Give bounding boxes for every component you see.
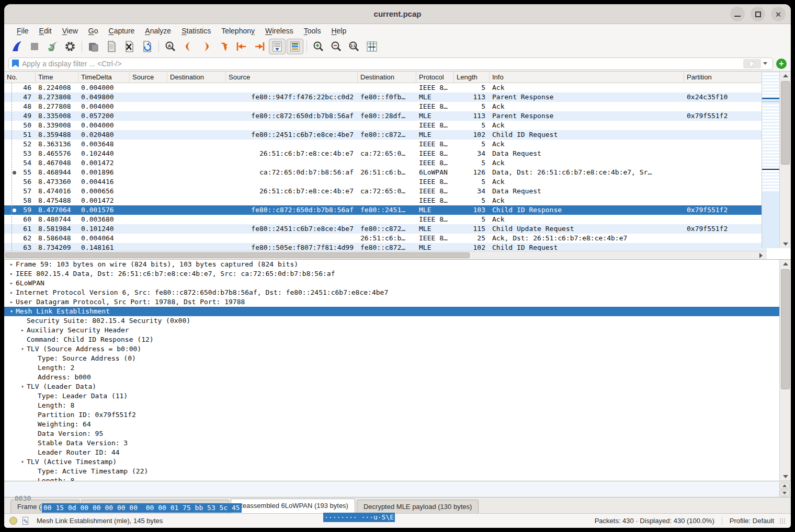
packet-list-vscroll-thumb[interactable] bbox=[781, 81, 790, 165]
expander-collapsed-icon[interactable]: ▸ bbox=[7, 269, 16, 279]
detail-row[interactable]: Type: Active Timestamp (22) bbox=[4, 467, 791, 476]
packet-list-hscroll-thumb[interactable] bbox=[5, 252, 470, 258]
detail-row[interactable]: ▸IEEE 802.15.4 Data, Dst: 26:51:c6:b7:e8… bbox=[4, 269, 791, 279]
detail-row[interactable]: Address: b000 bbox=[4, 373, 791, 382]
column-header-info[interactable]: Info bbox=[490, 72, 684, 83]
expander-expanded-icon[interactable]: ▾ bbox=[18, 344, 27, 354]
detail-row[interactable]: ▾TLV (Source Address = b0:00) bbox=[4, 344, 791, 354]
detail-row[interactable]: ▸Internet Protocol Version 6, Src: fe80:… bbox=[4, 288, 791, 297]
detail-row[interactable]: ▸Frame 59: 103 bytes on wire (824 bits),… bbox=[4, 260, 791, 269]
go-last-button[interactable] bbox=[251, 39, 268, 54]
detail-row[interactable]: Type: Leader Data (11) bbox=[4, 391, 791, 401]
resize-grip[interactable] bbox=[779, 518, 786, 524]
expander-expanded-icon[interactable]: ▾ bbox=[7, 307, 16, 316]
go-to-packet-button[interactable] bbox=[215, 39, 232, 54]
scroll-up-icon[interactable] bbox=[779, 482, 790, 489]
find-packet-button[interactable]: A bbox=[162, 39, 179, 54]
detail-row[interactable]: Leader Router ID: 44 bbox=[4, 448, 791, 457]
packet-row-46[interactable]: 468.2240080.004000IEEE 8…5Ack bbox=[4, 83, 767, 92]
column-header-destination[interactable]: Destination bbox=[358, 72, 416, 83]
detail-row[interactable]: ▾TLV (Active Timestamp) bbox=[4, 457, 791, 467]
detail-row[interactable]: ▾TLV (Leader Data) bbox=[4, 382, 791, 391]
open-file-button[interactable] bbox=[85, 39, 102, 54]
detail-row[interactable]: Length: 8 bbox=[4, 401, 791, 410]
menu-file[interactable]: File bbox=[12, 26, 34, 36]
column-header-protocol[interactable]: Protocol bbox=[416, 72, 454, 83]
expander-collapsed-icon[interactable]: ▸ bbox=[18, 326, 27, 335]
detail-row[interactable]: Weighting: 64 bbox=[4, 420, 791, 429]
detail-row[interactable]: Security Suite: 802.15.4 Security (0x00) bbox=[4, 316, 791, 326]
apply-filter-button[interactable] bbox=[743, 59, 761, 68]
zoom-original-button[interactable]: 1:1 bbox=[346, 39, 362, 54]
go-previous-button[interactable] bbox=[180, 39, 197, 54]
detail-row[interactable]: Data Version: 95 bbox=[4, 429, 791, 438]
packet-row-62[interactable]: 628.5860480.00406426:51:c6:b…IEEE 8…25Ac… bbox=[4, 234, 767, 243]
packet-row-53[interactable]: 538.4655760.10244026:51:c6:b7:e8:ce:4b:e… bbox=[4, 149, 767, 158]
column-header-no[interactable]: No. bbox=[4, 72, 36, 83]
packet-row-54[interactable]: 548.4670480.001472IEEE 8…5Ack bbox=[4, 158, 767, 168]
scroll-up-icon[interactable] bbox=[780, 72, 791, 80]
detail-row[interactable]: Stable Data Version: 3 bbox=[4, 438, 791, 448]
column-header-partition[interactable]: Partition bbox=[684, 72, 767, 83]
start-capture-button[interactable] bbox=[8, 39, 25, 54]
packet-row-56[interactable]: 568.4733600.004416IEEE 8…5Ack bbox=[4, 177, 767, 187]
bookmark-icon[interactable] bbox=[12, 60, 19, 67]
filter-dropdown-caret[interactable] bbox=[763, 62, 767, 65]
packet-row-57[interactable]: 578.4740160.00065626:51:c6:b7:e8:ce:4b:e… bbox=[4, 187, 767, 196]
expander-collapsed-icon[interactable]: ▸ bbox=[7, 279, 16, 288]
expander-collapsed-icon[interactable]: ▸ bbox=[7, 288, 16, 297]
scroll-right-icon[interactable] bbox=[756, 251, 766, 260]
packet-row-60[interactable]: 608.4807440.003680IEEE 8…5Ack bbox=[4, 215, 767, 224]
expander-collapsed-icon[interactable]: ▸ bbox=[7, 260, 16, 269]
menu-analyze[interactable]: Analyze bbox=[140, 26, 176, 36]
detail-row[interactable]: ▸Auxiliary Security Header bbox=[4, 326, 791, 335]
close-button[interactable]: ✕ bbox=[771, 7, 786, 21]
byte-view-tab[interactable]: Reassembled 6LoWPAN (193 bytes) bbox=[231, 499, 355, 513]
column-header-source[interactable]: Source bbox=[226, 72, 358, 83]
column-header-length[interactable]: Length bbox=[454, 72, 490, 83]
save-file-button[interactable] bbox=[103, 39, 120, 54]
packet-row-61[interactable]: 618.5819840.101240fe80::2451:c6b7:e8ce:4… bbox=[4, 224, 767, 234]
expander-expanded-icon[interactable]: ▾ bbox=[18, 457, 27, 467]
menu-view[interactable]: View bbox=[57, 26, 83, 36]
packet-row-52[interactable]: 528.3631360.003648IEEE 8…5Ack bbox=[4, 140, 767, 149]
packet-row-55[interactable]: 558.4689440.001896ca:72:65:0d:b7:b8:56:a… bbox=[4, 168, 767, 177]
column-header-timedelta[interactable]: TimeDelta bbox=[78, 72, 130, 83]
auto-scroll-button[interactable] bbox=[269, 39, 286, 54]
capture-comment-icon[interactable]: ✎ bbox=[21, 517, 29, 525]
detail-row[interactable]: Partition ID: 0x79f551f2 bbox=[4, 410, 791, 420]
menu-telephony[interactable]: Telephony bbox=[216, 26, 260, 36]
byte-view-tab[interactable]: Decrypted MLE payload (130 bytes) bbox=[357, 500, 479, 513]
menu-edit[interactable]: Edit bbox=[34, 26, 57, 36]
packet-list-vscrollbar[interactable] bbox=[779, 72, 791, 248]
detail-row[interactable]: ▸User Datagram Protocol, Src Port: 19788… bbox=[4, 297, 791, 307]
packet-list-header[interactable]: No.TimeTimeDeltaSourceDestinationSourceD… bbox=[4, 72, 767, 83]
zoom-out-button[interactable] bbox=[328, 39, 345, 54]
colorize-button[interactable] bbox=[287, 39, 303, 54]
details-vscroll-thumb[interactable] bbox=[781, 269, 790, 389]
scroll-down-icon[interactable] bbox=[779, 490, 790, 496]
menu-capture[interactable]: Capture bbox=[104, 26, 140, 36]
packet-row-47[interactable]: 478.2738080.049800fe80::947f:f476:22bc:c… bbox=[4, 92, 767, 102]
scroll-up-icon[interactable] bbox=[780, 260, 791, 268]
detail-row[interactable]: Type: Source Address (0) bbox=[4, 354, 791, 363]
packet-row-59[interactable]: 598.4770640.001576fe80::c872:650d:b7b8:5… bbox=[4, 205, 767, 215]
detail-row[interactable]: ▸6LoWPAN bbox=[4, 279, 791, 288]
menu-go[interactable]: Go bbox=[83, 26, 104, 36]
expander-expanded-icon[interactable]: ▾ bbox=[18, 382, 27, 391]
scroll-down-icon[interactable] bbox=[780, 240, 791, 248]
display-filter-input[interactable]: Apply a display filter ... <Ctrl-/> bbox=[8, 57, 773, 70]
detail-row[interactable]: Command: Child ID Response (12) bbox=[4, 335, 791, 344]
status-profile-text[interactable]: Profile: Default bbox=[730, 517, 774, 525]
hex-ascii-selected[interactable]: ········ ···u·S\E bbox=[323, 513, 395, 522]
detail-row[interactable]: Length: 8 bbox=[4, 476, 791, 481]
packet-row-63[interactable]: 638.7342090.148161fe80::505e:f807:7f81:4… bbox=[4, 243, 767, 251]
stop-capture-button[interactable] bbox=[26, 39, 43, 54]
scroll-down-icon[interactable] bbox=[780, 472, 791, 481]
packet-row-48[interactable]: 488.2778080.004000IEEE 8…5Ack bbox=[4, 102, 767, 111]
packet-row-51[interactable]: 518.3594880.020480fe80::2451:c6b7:e8ce:4… bbox=[4, 130, 767, 140]
capture-options-button[interactable] bbox=[62, 39, 78, 54]
hex-vscrollbar[interactable] bbox=[779, 482, 790, 496]
packet-list-minimap[interactable] bbox=[762, 72, 779, 248]
go-first-button[interactable] bbox=[233, 39, 250, 54]
